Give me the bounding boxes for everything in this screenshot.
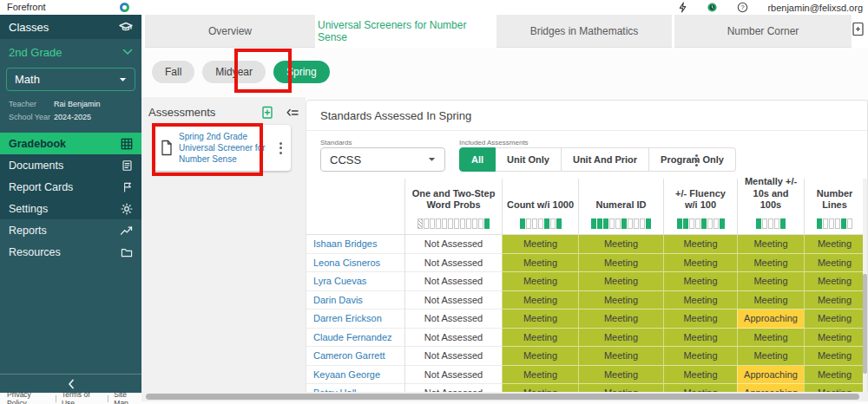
sidebar-item-settings[interactable]: Settings bbox=[0, 198, 141, 219]
horizontal-scrollbar-thumb[interactable] bbox=[146, 394, 859, 400]
status-cell[interactable]: Meeting bbox=[804, 291, 865, 310]
status-cell[interactable]: Not Assessed bbox=[404, 310, 502, 329]
table-row: Claude FernandezNot AssessedMeetingMeeti… bbox=[306, 329, 865, 348]
status-cell[interactable]: Meeting bbox=[663, 366, 737, 385]
status-cell[interactable]: Not Assessed bbox=[404, 272, 502, 291]
add-assessment-icon[interactable] bbox=[261, 106, 273, 119]
sidebar-item-documents[interactable]: Documents bbox=[0, 154, 141, 176]
user-email[interactable]: rbenjamin@felixsd.org bbox=[767, 3, 863, 13]
sidebar-item-reports[interactable]: Reports bbox=[0, 219, 141, 241]
status-cell[interactable]: Not Assessed bbox=[404, 347, 502, 366]
status-cell[interactable]: Not Assessed bbox=[404, 235, 502, 254]
status-cell[interactable]: Not Assessed bbox=[404, 329, 502, 348]
status-cell[interactable]: Meeting bbox=[804, 347, 865, 366]
status-cell[interactable]: Meeting bbox=[804, 254, 865, 273]
student-name-link[interactable]: Darin Davis bbox=[306, 291, 404, 310]
status-cell[interactable]: Meeting bbox=[578, 310, 663, 329]
status-cell[interactable]: Meeting bbox=[804, 310, 865, 329]
status-cell[interactable]: Meeting bbox=[737, 235, 804, 254]
status-cell[interactable]: Meeting bbox=[578, 272, 663, 291]
status-cell[interactable]: Meeting bbox=[502, 235, 578, 254]
sidebar-item-report-cards[interactable]: Report Cards bbox=[0, 176, 141, 198]
status-cell[interactable]: Not Assessed bbox=[404, 291, 502, 310]
status-cell[interactable]: Meeting bbox=[578, 329, 663, 348]
status-cell[interactable]: Approaching bbox=[737, 366, 804, 385]
student-name-link[interactable]: Leona Cisneros bbox=[306, 254, 404, 273]
status-cell[interactable]: Meeting bbox=[737, 291, 804, 310]
footer-link[interactable]: Terms of Use bbox=[62, 390, 102, 404]
column-header: Count w/i 1000 bbox=[502, 179, 578, 235]
status-cell[interactable]: Meeting bbox=[804, 235, 865, 254]
student-name-link[interactable]: Ishaan Bridges bbox=[306, 235, 404, 254]
indicator-square bbox=[472, 218, 477, 229]
student-name-link[interactable]: Claude Fernandez bbox=[306, 329, 404, 348]
status-cell[interactable]: Meeting bbox=[578, 291, 663, 310]
filter-button-unit-only[interactable]: Unit Only bbox=[496, 147, 562, 172]
standards-menu-icon[interactable] bbox=[692, 153, 701, 168]
status-cell[interactable]: Meeting bbox=[578, 347, 663, 366]
status-cell[interactable]: Meeting bbox=[502, 272, 578, 291]
status-cell[interactable]: Meeting bbox=[502, 254, 578, 273]
status-cell[interactable]: Meeting bbox=[663, 329, 737, 348]
status-cell[interactable]: Meeting bbox=[663, 347, 737, 366]
status-cell[interactable]: Meeting bbox=[663, 272, 737, 291]
student-name-link[interactable]: Lyra Cuevas bbox=[306, 272, 404, 291]
lightning-icon[interactable] bbox=[678, 2, 687, 13]
status-cell[interactable]: Meeting bbox=[578, 235, 663, 254]
status-cell[interactable]: Meeting bbox=[663, 235, 737, 254]
assessments-actions bbox=[261, 106, 299, 119]
sidebar-item-gradebook[interactable]: Gradebook bbox=[0, 133, 141, 154]
subject-select[interactable]: Math bbox=[6, 68, 135, 91]
indicator-square bbox=[762, 218, 767, 229]
status-cell[interactable]: Not Assessed bbox=[404, 366, 502, 385]
status-cell[interactable]: Meeting bbox=[502, 310, 578, 329]
filter-icon[interactable] bbox=[286, 108, 299, 118]
table-row: Lyra CuevasNot AssessedMeetingMeetingMee… bbox=[306, 272, 865, 291]
status-cell[interactable]: Meeting bbox=[804, 329, 865, 348]
student-name-link[interactable]: Darren Erickson bbox=[306, 310, 404, 329]
standards-select[interactable]: CCSS bbox=[320, 147, 445, 172]
sidebar-classes-header[interactable]: Classes bbox=[0, 15, 141, 39]
indicator-square bbox=[556, 218, 562, 229]
indicator-square bbox=[424, 218, 429, 229]
footer-link[interactable]: Privacy Policy bbox=[7, 390, 50, 404]
status-cell[interactable]: Meeting bbox=[663, 310, 737, 329]
vertical-scrollbar-thumb[interactable] bbox=[863, 274, 867, 374]
status-cell[interactable]: Meeting bbox=[737, 329, 804, 348]
status-cell[interactable]: Meeting bbox=[502, 347, 578, 366]
status-cell[interactable]: Meeting bbox=[578, 254, 663, 273]
vertical-scrollbar[interactable] bbox=[863, 179, 867, 394]
status-cell[interactable]: Meeting bbox=[663, 291, 737, 310]
status-cell[interactable]: Meeting bbox=[804, 272, 865, 291]
student-name-link[interactable]: Cameron Garrett bbox=[306, 347, 404, 366]
status-cell[interactable]: Approaching bbox=[737, 310, 804, 329]
teacher-row: Teacher Rai Benjamin bbox=[9, 100, 36, 108]
sidebar-grade-selector[interactable]: 2nd Grade bbox=[0, 39, 141, 65]
status-cell[interactable]: Meeting bbox=[502, 329, 578, 348]
tab-overview[interactable]: Overview bbox=[145, 15, 315, 48]
filter-button-all[interactable]: All bbox=[459, 147, 496, 172]
help-icon[interactable]: ? bbox=[737, 2, 748, 13]
filter-button-unit-and-prior[interactable]: Unit And Prior bbox=[562, 147, 649, 172]
tab-universal-screeners-for-number-sense[interactable]: Universal Screeners for Number Sense bbox=[318, 15, 494, 48]
session-timer-icon[interactable] bbox=[707, 2, 718, 13]
sidebar-item-resources[interactable]: Resources bbox=[0, 241, 141, 263]
status-cell[interactable]: Meeting bbox=[737, 272, 804, 291]
tab-number-corner[interactable]: Number Corner bbox=[674, 15, 852, 48]
term-pill-fall[interactable]: Fall bbox=[152, 61, 194, 83]
status-cell[interactable]: Meeting bbox=[663, 254, 737, 273]
status-cell[interactable]: Meeting bbox=[737, 347, 804, 366]
new-page-icon[interactable] bbox=[852, 22, 865, 40]
status-cell[interactable]: Meeting bbox=[502, 291, 578, 310]
status-cell[interactable]: Not Assessed bbox=[404, 254, 502, 273]
column-header-label: Numeral ID bbox=[583, 199, 660, 212]
assessment-card-menu-icon[interactable] bbox=[276, 140, 286, 156]
status-cell[interactable]: Meeting bbox=[737, 254, 804, 273]
horizontal-scrollbar[interactable] bbox=[141, 392, 868, 401]
footer-link[interactable]: Site Map bbox=[114, 390, 141, 404]
tab-bridges-in-mathematics[interactable]: Bridges in Mathematics bbox=[496, 15, 672, 48]
status-cell[interactable]: Meeting bbox=[502, 366, 578, 385]
student-name-link[interactable]: Keyaan George bbox=[306, 366, 404, 385]
status-cell[interactable]: Meeting bbox=[578, 366, 663, 385]
status-cell[interactable]: Meeting bbox=[804, 366, 865, 385]
